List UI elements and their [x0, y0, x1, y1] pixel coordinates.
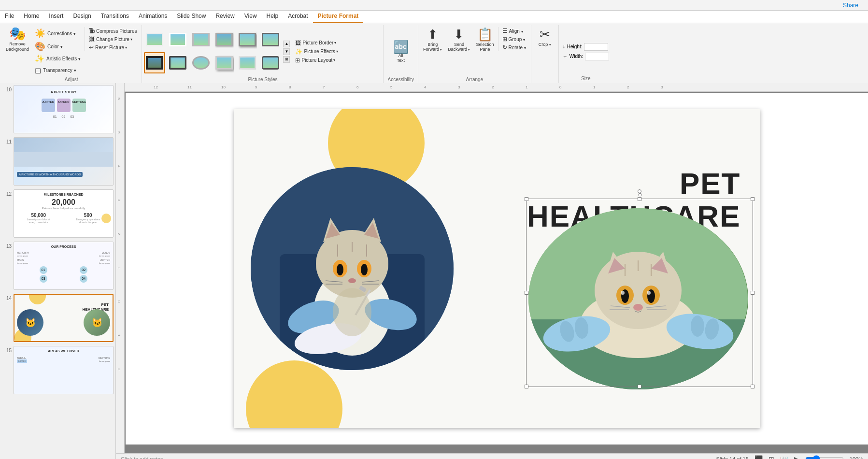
- picture-border-button[interactable]: 🖼 Picture Border ▾: [293, 39, 340, 47]
- slide-item-10[interactable]: 10 A BRIEF STORY JUPITER SATURN NEPTUNE …: [2, 85, 114, 133]
- selection-handle-tr[interactable]: [751, 197, 754, 201]
- slide10-title: A BRIEF STORY: [14, 87, 113, 97]
- style-thumb-9[interactable]: [190, 52, 212, 73]
- cat-circle-right[interactable]: [528, 208, 748, 389]
- style-scroll-more[interactable]: ⊞: [283, 56, 290, 63]
- picture-style-options: 🖼 Picture Border ▾ ✨ Picture Effects ▾ ⊞…: [291, 39, 340, 64]
- slide-thumb-13[interactable]: OUR PROCESS MERCURYLorem ipsum VENUSLore…: [14, 242, 114, 290]
- tab-animations[interactable]: Animations: [134, 10, 172, 23]
- crop-button[interactable]: ✂ Crop ▾: [534, 26, 555, 48]
- arrange-group-content: ⬆ BringForward ▾ ⬇ SendBackward ▾ 📋 Sele…: [421, 26, 528, 76]
- notes-placeholder[interactable]: Click to add notes: [121, 456, 163, 459]
- slide-item-11[interactable]: 11 A PICTURE IS WORTH A THOUSAND WORDS: [2, 137, 114, 186]
- color-button[interactable]: 🎨 Color ▾: [33, 40, 83, 53]
- send-backward-icon: ⬇: [454, 27, 464, 42]
- slide13-grid: MERCURYLorem ipsum VENUSLorem ipsum MARS…: [14, 249, 113, 266]
- accessibility-content: 🔤 AltText: [391, 26, 411, 77]
- style-thumb-2[interactable]: [167, 29, 188, 50]
- tab-file[interactable]: File: [0, 10, 19, 23]
- group-button[interactable]: ⊞ Group ▾: [500, 35, 528, 43]
- slide-item-14[interactable]: 14 PETHEALTHCARE 🐱 🐱: [2, 294, 114, 342]
- picture-layout-arrow: ▾: [333, 58, 335, 62]
- slide-item-12[interactable]: 12 MILESTONES REACHED 20,000 Pets we hav…: [2, 189, 114, 238]
- group-icon: ⊞: [502, 36, 507, 43]
- view-slide-sorter-icon[interactable]: ⊞: [768, 455, 774, 459]
- slide-thumb-15[interactable]: AREAS WE COVER AREA AJUPITER NEPTUNELore…: [14, 346, 114, 394]
- reset-picture-button[interactable]: ↩ Reset Picture ▾: [87, 43, 139, 51]
- alt-text-button[interactable]: 🔤 AltText: [391, 40, 411, 64]
- slide-number-14: 14: [2, 296, 12, 301]
- style-thumb-10[interactable]: [213, 52, 235, 73]
- accessibility-group: 🔤 AltText Accessibility: [384, 25, 418, 83]
- cat-circle-right-inner: [528, 208, 748, 389]
- style-thumb-11[interactable]: [237, 52, 258, 73]
- style-thumb-12[interactable]: [260, 52, 281, 73]
- slide-number-12: 12: [2, 191, 12, 197]
- tab-help[interactable]: Help: [262, 10, 284, 23]
- color-label: Color ▾: [47, 44, 63, 49]
- picture-effects-button[interactable]: ✨ Picture Effects ▾: [293, 48, 340, 56]
- slide12-title: MILESTONES REACHED: [14, 190, 113, 196]
- tab-home[interactable]: Home: [19, 10, 44, 23]
- width-input[interactable]: [585, 53, 609, 60]
- style-thumb-3[interactable]: [190, 29, 212, 50]
- style-thumb-1[interactable]: [144, 29, 165, 50]
- remove-background-button[interactable]: 🎭 Remove Background: [4, 26, 31, 53]
- slide-thumb-11[interactable]: A PICTURE IS WORTH A THOUSAND WORDS: [14, 137, 114, 186]
- zoom-slider[interactable]: [805, 456, 844, 459]
- rotate-label: Rotate ▾: [509, 45, 526, 50]
- tab-review[interactable]: Review: [211, 10, 239, 23]
- compress-icon: 🗜: [89, 28, 95, 34]
- arrange-group-label: Arrange: [466, 76, 484, 82]
- tab-design[interactable]: Design: [68, 10, 96, 23]
- cat-circle-left-inner: [251, 167, 454, 370]
- slide-thumb-10[interactable]: A BRIEF STORY JUPITER SATURN NEPTUNE 010…: [14, 85, 114, 133]
- style-thumb-5[interactable]: [237, 29, 258, 50]
- style-thumb-8[interactable]: [167, 52, 188, 73]
- style-scroll-down[interactable]: ▼: [283, 48, 290, 55]
- tab-insert[interactable]: Insert: [44, 10, 68, 23]
- corrections-button[interactable]: ☀️ Corrections ▾: [33, 27, 83, 40]
- style-thumb-4[interactable]: [213, 29, 235, 50]
- selection-handle-mr[interactable]: [751, 291, 754, 295]
- tab-slideshow[interactable]: Slide Show: [172, 10, 211, 23]
- selection-handle-bl[interactable]: [525, 385, 528, 388]
- bring-forward-icon: ⬆: [427, 27, 438, 42]
- tab-view[interactable]: View: [240, 10, 262, 23]
- style-scroll-up[interactable]: ▲: [283, 41, 290, 47]
- transparency-button[interactable]: ◻ Transparency ▾: [33, 65, 83, 76]
- tab-acrobat[interactable]: Acrobat: [283, 10, 313, 23]
- change-picture-button[interactable]: 🖼 Change Picture ▾: [87, 35, 139, 43]
- alt-text-label: AltText: [397, 53, 405, 63]
- tab-transitions[interactable]: Transitions: [96, 10, 134, 23]
- accessibility-group-label: Accessibility: [387, 77, 413, 82]
- slide-item-15[interactable]: 15 AREAS WE COVER AREA AJUPITER NEPTUNEL…: [2, 346, 114, 394]
- send-backward-button[interactable]: ⬇ SendBackward ▾: [446, 26, 472, 53]
- crop-group-content: ✂ Crop ▾: [534, 26, 555, 81]
- slide-thumb-12[interactable]: MILESTONES REACHED 20,000 Pets we have h…: [14, 189, 114, 238]
- view-slideshow-icon[interactable]: ▶: [794, 455, 799, 459]
- rotate-button[interactable]: ↻ Rotate ▾: [500, 43, 528, 51]
- selection-pane-button[interactable]: 📋 SelectionPane: [474, 26, 496, 53]
- view-normal-icon[interactable]: ⬛: [754, 455, 763, 459]
- tab-picture-format[interactable]: Picture Format: [313, 10, 364, 23]
- style-thumb-6[interactable]: [260, 29, 281, 50]
- slide-thumb-14[interactable]: PETHEALTHCARE 🐱 🐱: [14, 294, 114, 342]
- artistic-effects-icon: ✨: [35, 54, 44, 63]
- bring-forward-button[interactable]: ⬆ BringForward ▾: [421, 26, 444, 53]
- slide15-grid: AREA AJUPITER NEPTUNELorem ipsum: [14, 355, 113, 364]
- share-label[interactable]: Share: [843, 2, 858, 9]
- artistic-effects-button[interactable]: ✨ Artistic Effects ▾: [33, 53, 83, 64]
- slide-item-13[interactable]: 13 OUR PROCESS MERCURYLorem ipsum VENUSL…: [2, 242, 114, 290]
- selection-handle-ml[interactable]: [525, 291, 528, 295]
- picture-layout-button[interactable]: ⊞ Picture Layout ▾: [293, 57, 340, 64]
- selection-handle-br[interactable]: [751, 385, 754, 388]
- height-input[interactable]: [584, 43, 608, 51]
- ribbon-tabs: File Home Insert Design Transitions Anim…: [0, 11, 868, 23]
- selection-pane-icon: 📋: [477, 27, 493, 42]
- view-reading-icon[interactable]: 📖: [780, 455, 788, 459]
- style-thumb-7[interactable]: [144, 52, 165, 73]
- slide-canvas: PET HEALTHCARE: [126, 93, 868, 445]
- compress-pictures-button[interactable]: 🗜 Compress Pictures: [87, 27, 139, 35]
- align-button[interactable]: ☰ Align ▾: [500, 27, 528, 35]
